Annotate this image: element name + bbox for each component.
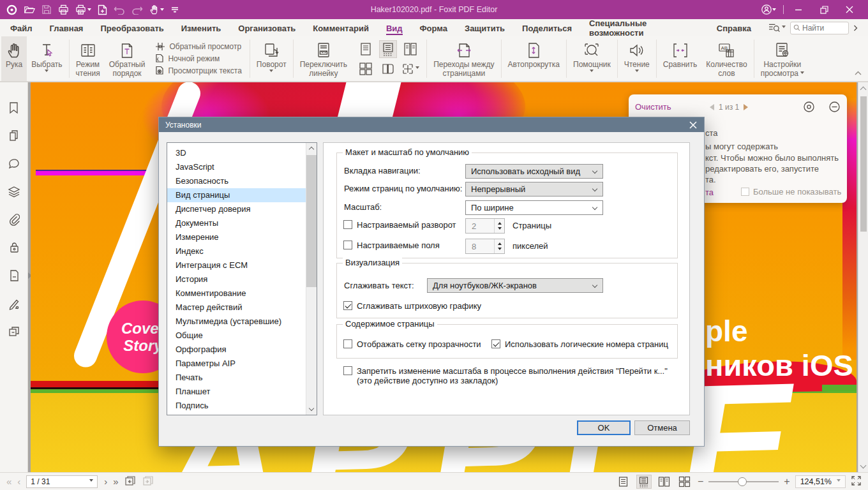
next-page-button[interactable]: › (104, 476, 107, 487)
category-action-wizard[interactable]: Мастер действий (167, 301, 317, 315)
pages-panel-icon[interactable] (8, 130, 20, 144)
facing-continuous-view-button[interactable] (677, 475, 692, 489)
text-viewer-button[interactable]: Просмотрщик текста (155, 66, 241, 75)
custom-margins-checkbox[interactable] (343, 241, 352, 249)
assistant-button[interactable]: Помощник (569, 36, 615, 81)
previous-view-button[interactable] (124, 475, 136, 488)
reverse-order-button[interactable]: Обратный порядок (105, 36, 150, 81)
collapse-ribbon-button[interactable] (855, 68, 862, 77)
custom-margins-spinner[interactable]: 8 (465, 239, 505, 254)
page-mode-select[interactable]: Непрерывный (465, 182, 603, 197)
category-signature[interactable]: Подпись (167, 399, 317, 413)
menu-comment[interactable]: Комментарий (313, 21, 369, 35)
category-tablet[interactable]: Планшет (167, 385, 317, 399)
split-view-button[interactable] (401, 60, 419, 78)
category-page-view[interactable]: Вид страницы (167, 188, 317, 202)
hand-tool-dropdown-caret[interactable] (160, 8, 164, 13)
destinations-panel-icon[interactable] (8, 269, 20, 284)
account-button[interactable] (758, 0, 779, 19)
custom-spread-spinner-buttons[interactable] (494, 219, 504, 233)
category-history[interactable]: История (167, 272, 317, 286)
security-panel-icon[interactable] (8, 241, 20, 256)
category-general[interactable]: Общие (167, 329, 317, 343)
list-scroll-down-arrow[interactable] (309, 406, 314, 411)
zoom-slider-thumb[interactable] (738, 477, 747, 486)
rotate-button[interactable]: Поворот (252, 36, 291, 81)
linked-pages-panel-icon[interactable] (8, 325, 20, 339)
fullscreen-button[interactable] (851, 475, 862, 488)
category-documents[interactable]: Документы (167, 216, 317, 230)
facing-layout-button[interactable] (401, 40, 419, 58)
category-ecm-integration[interactable]: Интеграция с ECM (167, 258, 317, 272)
menu-file[interactable]: Файл (10, 21, 33, 35)
attachments-panel-icon[interactable] (8, 213, 20, 228)
menu-home[interactable]: Главная (50, 21, 84, 35)
page-number-caret[interactable] (89, 479, 93, 484)
zoom-in-button[interactable]: + (784, 479, 789, 485)
print-current-page-button[interactable] (75, 4, 91, 15)
category-measuring[interactable]: Измерение (167, 230, 317, 244)
category-spelling[interactable]: Орфография (167, 343, 317, 357)
scroll-up-arrow[interactable] (860, 87, 867, 93)
notification-settings-gear-icon[interactable] (803, 101, 815, 115)
category-3d[interactable]: 3D (167, 146, 317, 160)
word-count-button[interactable]: AB Количество слов (701, 36, 751, 81)
category-commenting[interactable]: Комментирование (167, 286, 317, 301)
search-menu-caret[interactable] (782, 26, 786, 30)
open-file-button[interactable] (24, 4, 35, 15)
facing-continuous-layout-button[interactable] (357, 60, 375, 78)
single-page-view-button[interactable] (616, 475, 631, 489)
hand-tool-quick-button[interactable] (149, 4, 164, 15)
menu-share[interactable]: Поделиться (522, 21, 572, 35)
read-aloud-button[interactable]: Чтение (620, 36, 654, 81)
logical-numbers-checkbox[interactable] (491, 339, 500, 348)
reverse-view-button[interactable]: Обратный просмотр (155, 42, 241, 51)
scroll-down-arrow[interactable] (860, 463, 867, 469)
list-scroll-up-arrow[interactable] (309, 147, 314, 152)
book-view-button[interactable] (379, 60, 397, 78)
menu-view[interactable]: Вид (386, 21, 403, 35)
view-settings-caret[interactable] (800, 71, 804, 76)
split-view-caret[interactable] (415, 66, 419, 71)
print-dropdown-caret[interactable] (87, 8, 91, 13)
bookmarks-panel-icon[interactable] (8, 101, 20, 116)
save-button[interactable] (41, 4, 52, 15)
vertical-scrollbar[interactable] (858, 82, 868, 473)
category-multimedia-legacy[interactable]: Мультимедиа (устаревшие) (167, 315, 317, 329)
category-index[interactable]: Индекс (167, 244, 317, 258)
menu-convert[interactable]: Преобразовать (100, 21, 163, 35)
comments-panel-icon[interactable] (8, 158, 20, 172)
dialog-close-icon[interactable] (688, 120, 698, 130)
night-mode-button[interactable]: Ночной режим (155, 54, 241, 63)
forbid-zoom-checkbox[interactable] (343, 366, 352, 375)
page-transitions-button[interactable]: Переходы между страницами (429, 36, 498, 81)
close-button[interactable] (839, 0, 860, 19)
single-page-layout-button[interactable] (357, 40, 375, 58)
signatures-panel-icon[interactable] (8, 297, 20, 312)
zoom-out-button[interactable]: − (698, 479, 703, 485)
menu-form[interactable]: Форма (420, 21, 447, 35)
nav-tab-select[interactable]: Использовать исходный вид (465, 164, 603, 179)
last-page-button[interactable]: » (113, 476, 117, 487)
redo-button[interactable] (131, 5, 143, 15)
select-tool-button[interactable]: Выбрать (27, 36, 66, 81)
compare-button[interactable]: Сравнить (659, 36, 701, 81)
cancel-button[interactable]: Отмена (634, 420, 690, 435)
smooth-line-art-checkbox[interactable] (343, 301, 352, 310)
dont-show-checkbox[interactable] (741, 188, 749, 196)
first-page-button[interactable]: « (6, 476, 11, 487)
menu-help[interactable]: Справка (717, 21, 751, 35)
menu-protect[interactable]: Защитить (465, 21, 505, 35)
dialog-titlebar[interactable]: Установки (159, 117, 704, 132)
rotate-dropdown-caret[interactable] (269, 70, 273, 74)
zoom-level-caret[interactable] (837, 479, 841, 484)
read-mode-button[interactable]: Режим чтения (71, 36, 105, 81)
zoom-select[interactable]: По ширине (465, 200, 603, 215)
new-document-button[interactable] (98, 4, 107, 15)
category-security[interactable]: Безопасность (167, 174, 317, 188)
clear-notifications-link[interactable]: Очистить (635, 102, 671, 112)
smooth-text-select[interactable]: Для ноутбуков/ЖК-экранов (427, 278, 603, 293)
zoom-slider[interactable] (708, 477, 779, 486)
minimize-button[interactable] (788, 0, 809, 19)
customize-toolbar-button[interactable] (170, 5, 179, 14)
